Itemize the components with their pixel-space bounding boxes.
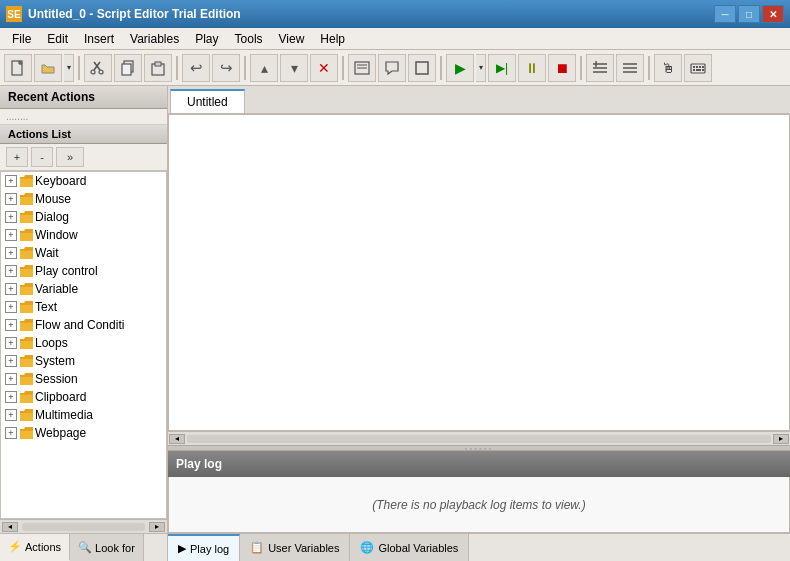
move-up-button[interactable]: ▴	[250, 54, 278, 82]
expand-system[interactable]: +	[5, 355, 17, 367]
menu-insert[interactable]: Insert	[76, 30, 122, 48]
tree-item-wait[interactable]: + Wait	[1, 244, 166, 262]
delete-button[interactable]: ✕	[310, 54, 338, 82]
play-log-tab-icon: ▶	[178, 542, 186, 555]
tree-item-dialog[interactable]: + Dialog	[1, 208, 166, 226]
menu-tools[interactable]: Tools	[227, 30, 271, 48]
app-icon: SE	[6, 6, 22, 22]
open-dropdown[interactable]: ▾	[64, 54, 74, 82]
keyboard-mode-button[interactable]	[684, 54, 712, 82]
box-button[interactable]	[408, 54, 436, 82]
cut-button[interactable]	[84, 54, 112, 82]
svg-point-6	[99, 70, 103, 74]
play-dropdown[interactable]: ▾	[476, 54, 486, 82]
menu-help[interactable]: Help	[312, 30, 353, 48]
left-panel: Recent Actions ........ Actions List + -…	[0, 86, 168, 561]
expand-flow[interactable]: +	[5, 319, 17, 331]
redo-button[interactable]: ↪	[212, 54, 240, 82]
tree-expand-button[interactable]: +	[6, 147, 28, 167]
scroll-left[interactable]: ◂	[2, 522, 18, 532]
scroll-right[interactable]: ▸	[149, 522, 165, 532]
bottom-tab-play-log[interactable]: ▶ Play log	[168, 534, 240, 561]
scroll-track[interactable]	[22, 523, 145, 531]
pause-button[interactable]: ⏸	[518, 54, 546, 82]
folder-icon-text	[19, 300, 35, 314]
tree-item-session[interactable]: + Session	[1, 370, 166, 388]
undo-button[interactable]: ↩	[182, 54, 210, 82]
folder-icon-session	[19, 372, 35, 386]
expand-clipboard[interactable]: +	[5, 391, 17, 403]
move-down-button[interactable]: ▾	[280, 54, 308, 82]
menu-edit[interactable]: Edit	[39, 30, 76, 48]
tree-item-window[interactable]: + Window	[1, 226, 166, 244]
tree-item-mouse[interactable]: + Mouse	[1, 190, 166, 208]
bottom-tab-user-variables[interactable]: 📋 User Variables	[240, 534, 350, 561]
expand-wait[interactable]: +	[5, 247, 17, 259]
tree-item-clipboard[interactable]: + Clipboard	[1, 388, 166, 406]
comment-button[interactable]	[378, 54, 406, 82]
svg-rect-28	[696, 69, 701, 71]
cursor-mode-button[interactable]: 🖱	[654, 54, 682, 82]
stop-button[interactable]: ⏹	[548, 54, 576, 82]
expand-window[interactable]: +	[5, 229, 17, 241]
expand-keyboard[interactable]: +	[5, 175, 17, 187]
main-area: Recent Actions ........ Actions List + -…	[0, 86, 790, 561]
tree-hscroll[interactable]: ◂ ▸	[0, 519, 167, 533]
step-button[interactable]: ▶|	[488, 54, 516, 82]
paste-button[interactable]	[144, 54, 172, 82]
actions-tree[interactable]: + Keyboard + Mouse + Dialog + Window +	[0, 171, 167, 519]
actions-list-header: Actions List	[0, 125, 167, 144]
tree-more-button[interactable]: »	[56, 147, 84, 167]
expand-loops[interactable]: +	[5, 337, 17, 349]
tab-actions[interactable]: ⚡ Actions	[0, 534, 70, 561]
copy-button[interactable]	[114, 54, 142, 82]
tree-item-system[interactable]: + System	[1, 352, 166, 370]
tree-collapse-button[interactable]: -	[31, 147, 53, 167]
tree-item-multimedia[interactable]: + Multimedia	[1, 406, 166, 424]
menu-bar: File Edit Insert Variables Play Tools Vi…	[0, 28, 790, 50]
title-bar: SE Untitled_0 - Script Editor Trial Edit…	[0, 0, 790, 28]
menu-variables[interactable]: Variables	[122, 30, 187, 48]
tree-item-loops[interactable]: + Loops	[1, 334, 166, 352]
tree-item-play-control[interactable]: + Play control	[1, 262, 166, 280]
new-button[interactable]	[4, 54, 32, 82]
folder-icon-flow	[19, 318, 35, 332]
open-button[interactable]	[34, 54, 62, 82]
expand-dialog[interactable]: +	[5, 211, 17, 223]
insert-script-button[interactable]	[348, 54, 376, 82]
menu-view[interactable]: View	[271, 30, 313, 48]
expand-play-control[interactable]: +	[5, 265, 17, 277]
bottom-tab-global-variables[interactable]: 🌐 Global Variables	[350, 534, 469, 561]
svg-rect-22	[691, 64, 705, 73]
canvas-scroll-right[interactable]: ▸	[773, 434, 789, 444]
expand-webpage[interactable]: +	[5, 427, 17, 439]
expand-session[interactable]: +	[5, 373, 17, 385]
collapse-all-button[interactable]	[616, 54, 644, 82]
play-button[interactable]: ▶	[446, 54, 474, 82]
expand-variable[interactable]: +	[5, 283, 17, 295]
tree-item-text[interactable]: + Text	[1, 298, 166, 316]
editor-tab-untitled[interactable]: Untitled	[170, 89, 245, 113]
menu-play[interactable]: Play	[187, 30, 226, 48]
folder-icon-webpage	[19, 426, 35, 440]
menu-file[interactable]: File	[4, 30, 39, 48]
expand-multimedia[interactable]: +	[5, 409, 17, 421]
tree-item-flow[interactable]: + Flow and Conditi	[1, 316, 166, 334]
tab-look-for[interactable]: 🔍 Look for	[70, 534, 144, 561]
folder-icon-dialog	[19, 210, 35, 224]
tree-item-keyboard[interactable]: + Keyboard	[1, 172, 166, 190]
close-button[interactable]: ✕	[762, 5, 784, 23]
expand-mouse[interactable]: +	[5, 193, 17, 205]
minimize-button[interactable]: ─	[714, 5, 736, 23]
canvas-scroll-track[interactable]	[187, 435, 771, 443]
canvas-scroll-left[interactable]: ◂	[169, 434, 185, 444]
maximize-button[interactable]: □	[738, 5, 760, 23]
expand-all-button[interactable]	[586, 54, 614, 82]
folder-icon-keyboard	[19, 174, 35, 188]
script-canvas[interactable]	[168, 114, 790, 431]
tree-item-variable[interactable]: + Variable	[1, 280, 166, 298]
expand-text[interactable]: +	[5, 301, 17, 313]
folder-icon-multimedia	[19, 408, 35, 422]
user-vars-tab-icon: 📋	[250, 541, 264, 554]
tree-item-webpage[interactable]: + Webpage	[1, 424, 166, 442]
